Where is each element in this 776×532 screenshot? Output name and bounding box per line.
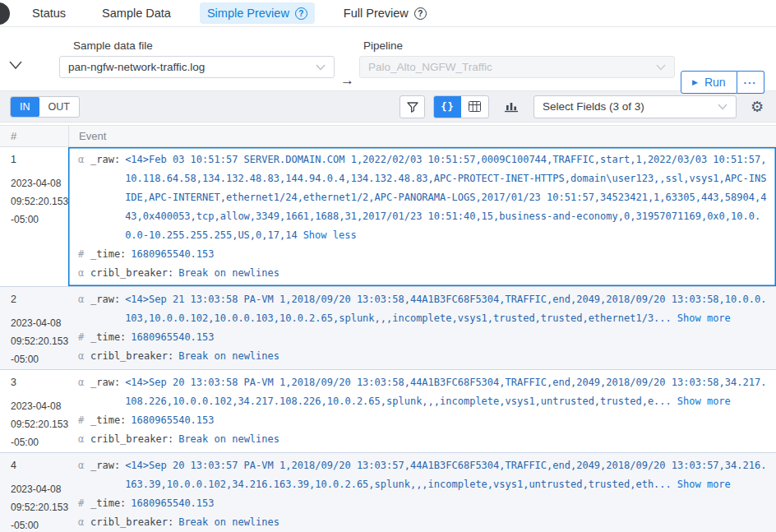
table-row[interactable]: 1 2023-04-08 09:52:20.153 -05:00 α_raw: …: [0, 147, 776, 287]
chevron-down-icon: [718, 104, 728, 110]
field-name: cribl_breaker:: [90, 433, 173, 445]
event-field: α_raw: <14>Feb 03 10:51:57 SERVER.DOMAIN…: [78, 150, 769, 245]
row-tz: -05:00: [11, 210, 65, 229]
event-cell[interactable]: α_raw: <14>Sep 21 13:03:58 PA-VM 1,2018/…: [68, 287, 776, 369]
table-view-button[interactable]: [461, 96, 488, 118]
field-value: <14>Sep 20 13:03:57 PA-VM 1,2018/09/20 1…: [125, 460, 766, 490]
field-type-icon: α: [78, 373, 90, 392]
row-number: 2: [11, 293, 65, 307]
preview-controls: Sample data file pan-ngfw-network-traffi…: [0, 27, 776, 91]
sample-file-select[interactable]: pan-ngfw-network-traffic.log: [59, 56, 335, 78]
collapse-chevron-icon[interactable]: [8, 60, 23, 70]
tab-sample-data[interactable]: Sample Data: [95, 2, 178, 24]
row-date: 2023-04-08: [11, 397, 65, 415]
event-cell[interactable]: α_raw: <14>Sep 20 13:03:58 PA-VM 1,2018/…: [68, 370, 776, 452]
event-cell[interactable]: α_raw: <14>Sep 20 13:03:57 PA-VM 1,2018/…: [68, 453, 776, 532]
field-value: Break on newlines: [178, 267, 279, 279]
event-field: αcribl_breaker: Break on newlines: [78, 513, 769, 532]
row-date: 2023-04-08: [11, 314, 65, 332]
run-button[interactable]: ▶ Run: [681, 71, 737, 94]
field-type-icon: α: [78, 430, 90, 449]
toggle-in[interactable]: IN: [11, 97, 39, 117]
sample-file-group: Sample data file pan-ngfw-network-traffi…: [59, 27, 335, 78]
row-index-cell: 1 2023-04-08 09:52:20.153 -05:00: [0, 147, 68, 286]
pipeline-select[interactable]: Palo_Alto_NGFW_Traffic: [359, 56, 675, 78]
field-type-icon: α: [78, 150, 90, 169]
sample-file-label: Sample data file: [73, 39, 335, 52]
field-type-icon: #: [78, 411, 90, 430]
table-header: # Event: [0, 125, 776, 147]
event-field: α_raw: <14>Sep 20 13:03:57 PA-VM 1,2018/…: [78, 456, 769, 494]
show-toggle-link[interactable]: Show less: [303, 229, 357, 241]
field-value: <14>Feb 03 10:51:57 SERVER.DOMAIN.COM 1,…: [125, 154, 766, 241]
row-timestamp: 2023-04-08 09:52:20.153 -05:00: [11, 397, 65, 451]
tab-status[interactable]: Status: [25, 2, 73, 24]
row-index-cell: 2 2023-04-08 09:52:20.153 -05:00: [0, 287, 68, 369]
event-field: αcribl_breaker: Break on newlines: [78, 264, 769, 283]
field-type-icon: #: [78, 328, 90, 347]
sample-file-value: pan-ngfw-network-traffic.log: [68, 61, 316, 73]
field-name: cribl_breaker:: [90, 267, 173, 279]
event-cell[interactable]: α_raw: <14>Feb 03 10:51:57 SERVER.DOMAIN…: [68, 147, 776, 286]
show-toggle-link[interactable]: Show more: [677, 312, 731, 324]
help-icon[interactable]: ?: [414, 7, 427, 20]
top-tab-bar: Status Sample Data Simple Preview ? Full…: [0, 0, 776, 27]
tab-full-preview[interactable]: Full Preview ?: [336, 2, 434, 24]
toggle-out[interactable]: OUT: [39, 97, 79, 117]
select-fields-value: Select Fields (3 of 3): [543, 100, 718, 113]
play-icon: ▶: [692, 79, 698, 86]
show-toggle-link[interactable]: Show more: [677, 396, 731, 407]
run-button-group: ▶ Run ···: [681, 71, 764, 94]
table-row[interactable]: 2 2023-04-08 09:52:20.153 -05:00 α_raw: …: [0, 287, 776, 370]
row-tz: -05:00: [11, 516, 65, 532]
field-name: _raw:: [90, 154, 120, 165]
field-value: Break on newlines: [178, 433, 279, 445]
field-name: _time:: [90, 248, 126, 260]
event-field: #_time: 1680965540.153: [78, 411, 769, 430]
field-name: cribl_breaker:: [90, 516, 173, 528]
field-value: <14>Sep 20 13:03:58 PA-VM 1,2018/09/20 1…: [125, 377, 766, 407]
row-timestamp: 2023-04-08 09:52:20.153 -05:00: [11, 314, 65, 368]
run-more-button[interactable]: ···: [737, 71, 764, 94]
field-name: _time:: [90, 331, 126, 343]
row-number: 4: [11, 459, 65, 473]
preview-toolbar: IN OUT {} Select Fields (3 of 3) ⚙: [0, 91, 776, 123]
in-out-toggle: IN OUT: [10, 96, 80, 118]
row-timestamp: 2023-04-08 09:52:20.153 -05:00: [11, 480, 65, 532]
help-icon[interactable]: ?: [295, 7, 307, 20]
chevron-down-icon: [316, 64, 326, 71]
tab-simple-preview[interactable]: Simple Preview ?: [200, 2, 315, 24]
field-type-icon: α: [78, 264, 90, 283]
table-row[interactable]: 3 2023-04-08 09:52:20.153 -05:00 α_raw: …: [0, 370, 776, 453]
table-icon: [469, 101, 481, 112]
arrow-right-icon: →: [340, 72, 354, 89]
tab-label: Status: [32, 7, 66, 20]
field-type-icon: α: [78, 456, 90, 475]
chart-button[interactable]: [501, 95, 521, 118]
row-index-cell: 3 2023-04-08 09:52:20.153 -05:00: [0, 370, 68, 452]
field-name: _raw:: [90, 377, 120, 388]
field-value: 1680965540.153: [131, 248, 214, 260]
tab-label: Full Preview: [344, 7, 409, 20]
row-time: 09:52:20.153: [11, 192, 65, 210]
chevron-down-icon: [656, 64, 666, 71]
field-type-icon: #: [78, 245, 90, 264]
json-view-button[interactable]: {}: [434, 96, 461, 118]
pipeline-value: Palo_Alto_NGFW_Traffic: [368, 61, 656, 73]
field-type-icon: α: [78, 347, 90, 366]
field-name: cribl_breaker:: [90, 350, 173, 362]
select-fields-dropdown[interactable]: Select Fields (3 of 3): [534, 95, 737, 118]
bar-chart-icon: [504, 100, 519, 113]
pipeline-group: Pipeline Palo_Alto_NGFW_Traffic: [359, 27, 675, 78]
event-field: #_time: 1680965540.153: [78, 245, 769, 264]
ellipsis-icon: ···: [744, 76, 757, 89]
show-toggle-link[interactable]: Show more: [677, 479, 731, 490]
field-name: _time:: [90, 497, 126, 509]
pipeline-label: Pipeline: [363, 39, 675, 52]
table-row[interactable]: 4 2023-04-08 09:52:20.153 -05:00 α_raw: …: [0, 453, 776, 532]
settings-button[interactable]: ⚙: [748, 95, 766, 118]
filter-button[interactable]: [400, 95, 425, 118]
event-field: α_raw: <14>Sep 20 13:03:58 PA-VM 1,2018/…: [78, 373, 769, 411]
row-date: 2023-04-08: [11, 174, 65, 192]
row-time: 09:52:20.153: [11, 415, 65, 433]
